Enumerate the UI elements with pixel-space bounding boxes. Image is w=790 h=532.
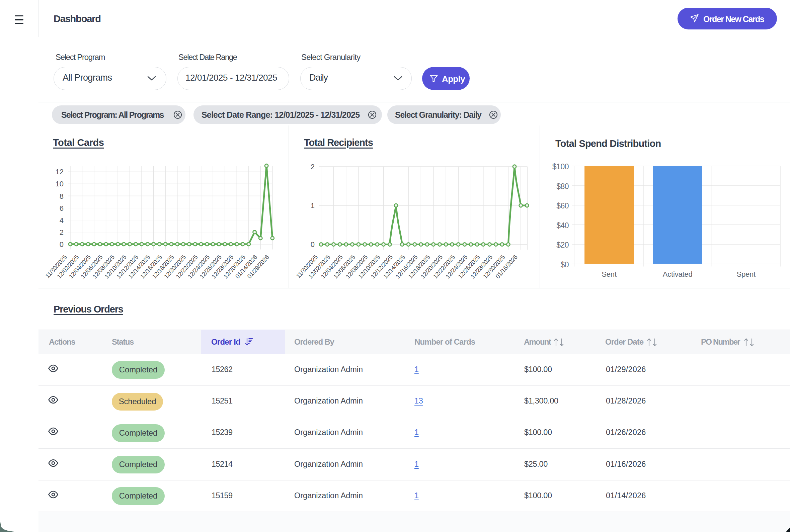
svg-text:8: 8 — [60, 192, 63, 201]
svg-text:$60: $60 — [556, 202, 569, 210]
svg-text:$40: $40 — [556, 221, 569, 230]
svg-text:Activated: Activated — [663, 270, 693, 278]
svg-text:$100: $100 — [552, 162, 569, 171]
svg-text:$0: $0 — [560, 260, 569, 269]
svg-text:$20: $20 — [556, 241, 569, 249]
svg-text:0: 0 — [60, 240, 63, 249]
svg-text:Spent: Spent — [736, 270, 755, 278]
svg-text:0: 0 — [311, 240, 315, 249]
svg-text:10: 10 — [56, 180, 63, 188]
svg-text:6: 6 — [60, 204, 63, 212]
svg-text:Sent: Sent — [602, 270, 617, 278]
svg-text:12: 12 — [56, 168, 63, 176]
svg-text:1: 1 — [311, 202, 315, 210]
svg-text:$80: $80 — [556, 182, 569, 191]
svg-text:2: 2 — [60, 228, 63, 236]
svg-text:4: 4 — [60, 216, 63, 225]
svg-text:2: 2 — [311, 163, 315, 171]
